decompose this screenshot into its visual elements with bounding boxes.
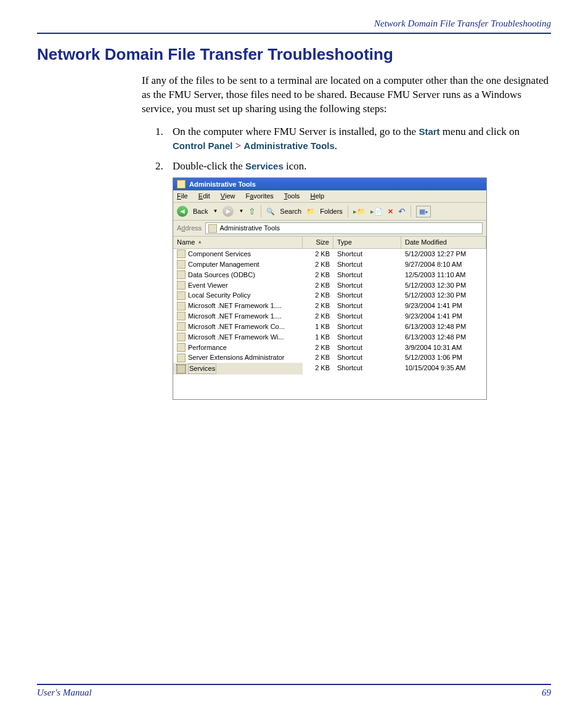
table-row[interactable]: Microsoft .NET Framework 1....2 KBShortc… <box>173 301 486 311</box>
file-date: 9/23/2004 1:41 PM <box>401 301 486 311</box>
file-name: Services <box>188 363 216 374</box>
window-icon <box>177 180 186 189</box>
file-date: 5/12/2003 12:30 PM <box>401 290 486 301</box>
move-to-icon[interactable]: ▸📁 <box>353 207 365 216</box>
file-type: Shortcut <box>333 352 401 363</box>
toolbar: ◄ Back ▼ ► ▼ ⇧ 🔍 Search 📁 Folders ▸📁 ▸📄 … <box>173 203 486 221</box>
shortcut-icon <box>177 270 186 279</box>
file-type: Shortcut <box>333 259 401 270</box>
file-date: 10/15/2004 9:35 AM <box>401 363 486 375</box>
shortcut-icon <box>177 249 186 258</box>
file-name: Component Services <box>188 249 251 259</box>
file-type: Shortcut <box>333 249 401 259</box>
back-icon[interactable]: ◄ <box>177 206 188 217</box>
file-date: 6/13/2003 12:48 PM <box>401 322 486 332</box>
col-date-header[interactable]: Date Modified <box>401 237 486 248</box>
undo-icon[interactable]: ↶ <box>398 206 406 217</box>
file-type: Shortcut <box>333 290 401 301</box>
folders-button[interactable]: Folders <box>320 207 343 216</box>
file-size: 2 KB <box>303 311 333 322</box>
body-content: If any of the files to be sent to a term… <box>142 74 551 400</box>
file-date: 6/13/2003 12:48 PM <box>401 332 486 343</box>
window-titlebar[interactable]: Administrative Tools <box>173 178 486 191</box>
file-type: Shortcut <box>333 322 401 332</box>
shortcut-icon <box>177 365 186 373</box>
toolbar-separator <box>410 205 411 217</box>
file-date: 3/9/2004 10:31 AM <box>401 343 486 353</box>
back-button[interactable]: Back <box>193 207 208 216</box>
step-2-text-b: icon. <box>284 160 307 172</box>
search-button[interactable]: Search <box>280 207 301 216</box>
address-bar: Address Administrative Tools <box>173 221 486 237</box>
toolbar-separator <box>348 205 348 217</box>
ui-term-control-panel: Control Panel <box>173 140 233 151</box>
table-row[interactable]: Services2 KBShortcut10/15/2004 9:35 AM <box>173 363 486 375</box>
table-row[interactable]: Performance2 KBShortcut3/9/2004 10:31 AM <box>173 343 486 353</box>
menu-tools[interactable]: Tools <box>284 192 300 200</box>
file-type: Shortcut <box>333 270 401 280</box>
menu-edit[interactable]: Edit <box>198 192 210 200</box>
step-1-end: . <box>335 140 337 152</box>
shortcut-icon <box>177 260 186 269</box>
up-icon[interactable]: ⇧ <box>248 206 256 217</box>
shortcut-icon <box>177 291 186 300</box>
step-number: 2. <box>155 160 163 174</box>
file-date: 5/12/2003 12:27 PM <box>401 249 486 259</box>
ui-term-services: Services <box>245 161 284 171</box>
col-name-header[interactable]: Name ▲ <box>173 237 303 248</box>
delete-icon[interactable]: ✕ <box>388 207 393 216</box>
address-label: Address <box>177 224 202 233</box>
file-type: Shortcut <box>333 301 401 311</box>
back-dropdown-icon[interactable]: ▼ <box>213 208 218 215</box>
menu-view[interactable]: View <box>221 192 235 200</box>
menu-help[interactable]: Help <box>310 192 324 200</box>
address-field[interactable]: Administrative Tools <box>205 222 483 234</box>
file-list: Name ▲ Size Type Date Modified Component… <box>173 237 486 399</box>
col-type-header[interactable]: Type <box>333 237 401 248</box>
col-size-header[interactable]: Size <box>303 237 333 248</box>
step-1-text-b: menu and click on <box>440 126 520 137</box>
forward-dropdown-icon[interactable]: ▼ <box>239 208 243 215</box>
shortcut-icon <box>177 302 186 310</box>
intro-paragraph: If any of the files to be sent to a term… <box>142 74 551 116</box>
page-title: Network Domain File Transfer Troubleshoo… <box>37 45 551 64</box>
column-headers[interactable]: Name ▲ Size Type Date Modified <box>173 237 486 249</box>
file-date: 9/27/2004 8:10 AM <box>401 259 486 270</box>
table-row[interactable]: Microsoft .NET Framework Wi...1 KBShortc… <box>173 332 486 343</box>
folders-icon[interactable]: 📁 <box>306 207 315 216</box>
menu-bar[interactable]: File Edit View Favorites Tools Help <box>173 190 486 203</box>
step-2: 2. Double-click the Services icon. Admin… <box>155 160 551 400</box>
shortcut-icon <box>177 322 186 331</box>
table-row[interactable]: Data Sources (ODBC)2 KBShortcut12/5/2003… <box>173 270 486 280</box>
steps-list: 1. On the computer where FMU Server is i… <box>155 125 551 400</box>
file-name: Microsoft .NET Framework Wi... <box>188 333 284 342</box>
table-row[interactable]: Event Viewer2 KBShortcut5/12/2003 12:30 … <box>173 280 486 291</box>
table-row[interactable]: Microsoft .NET Framework Co...1 KBShortc… <box>173 322 486 332</box>
file-size: 2 KB <box>303 290 333 301</box>
table-row[interactable]: Computer Management2 KBShortcut9/27/2004… <box>173 259 486 270</box>
step-2-text-a: Double-click the <box>173 160 245 172</box>
file-size: 2 KB <box>303 249 333 259</box>
table-row[interactable]: Server Extensions Administrator2 KBShort… <box>173 352 486 363</box>
file-name: Data Sources (ODBC) <box>188 270 255 280</box>
address-value: Administrative Tools <box>219 224 280 233</box>
file-name: Microsoft .NET Framework 1.... <box>188 301 282 310</box>
file-date: 5/12/2003 12:30 PM <box>401 280 486 291</box>
table-row[interactable]: Component Services2 KBShortcut5/12/2003 … <box>173 249 486 259</box>
menu-favorites[interactable]: Favorites <box>246 192 274 200</box>
menu-file[interactable]: File <box>177 192 188 200</box>
file-name: Local Security Policy <box>188 291 251 300</box>
file-name: Microsoft .NET Framework Co... <box>188 322 285 331</box>
window-title: Administrative Tools <box>189 180 256 189</box>
views-icon[interactable]: ▦▾ <box>416 206 431 217</box>
table-row[interactable]: Microsoft .NET Framework 1....2 KBShortc… <box>173 311 486 322</box>
forward-icon[interactable]: ► <box>223 206 234 217</box>
footer-left: User's Manual <box>37 688 92 698</box>
ui-term-start: Start <box>419 126 439 137</box>
shortcut-icon <box>177 354 186 362</box>
file-size: 2 KB <box>303 259 333 270</box>
table-row[interactable]: Local Security Policy2 KBShortcut5/12/20… <box>173 290 486 301</box>
search-icon[interactable]: 🔍 <box>266 207 275 216</box>
copy-to-icon[interactable]: ▸📄 <box>370 207 383 216</box>
file-type: Shortcut <box>333 311 401 322</box>
